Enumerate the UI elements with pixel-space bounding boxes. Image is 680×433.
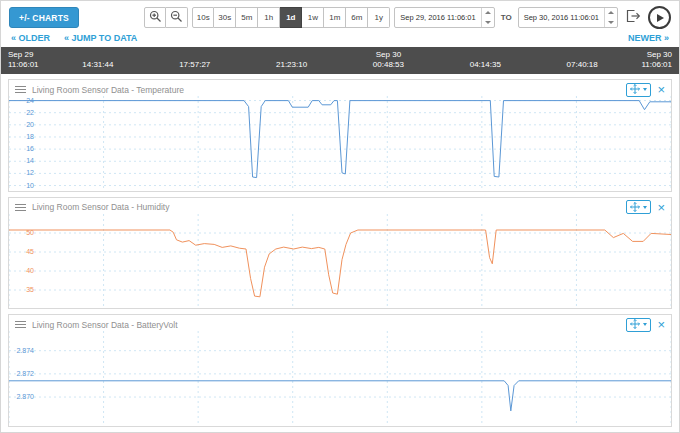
temperature-chart[interactable]: 2422201816141210 — [9, 96, 671, 191]
y-axis-tick-label: 10 — [9, 182, 34, 190]
timeline-tick: Sep 3000:48:53 — [373, 50, 404, 70]
zoom-button-group — [144, 7, 188, 28]
add-remove-charts-button[interactable]: +/- CHARTS — [9, 7, 79, 28]
spinner-down-icon — [608, 21, 614, 24]
zoom-in-icon — [149, 10, 162, 25]
to-spinner-down[interactable] — [605, 18, 617, 28]
y-axis-tick-label: 18 — [9, 133, 34, 141]
drag-handle-icon[interactable] — [15, 321, 26, 328]
panel-header: Living Room Sensor Data - BatteryVolt × — [9, 315, 671, 331]
to-datetime-value: Sep 30, 2016 11:06:01 — [519, 13, 604, 22]
y-axis-tick-label: 12 — [9, 169, 34, 177]
newer-link[interactable]: NEWER » — [628, 33, 669, 43]
to-datetime-spinner — [604, 8, 617, 27]
timeline-tick: 17:57:27 — [179, 50, 210, 70]
zoom-out-button[interactable] — [166, 7, 188, 28]
panel-header: Living Room Sensor Data - Humidity × — [9, 198, 671, 214]
timeline-tick: 07:40:18 — [567, 50, 598, 70]
panel-title: Living Room Sensor Data - Temperature — [32, 85, 184, 95]
range-button-6m[interactable]: 6m — [346, 7, 368, 28]
chevron-down-icon — [643, 206, 647, 209]
pan-mode-button[interactable] — [626, 318, 651, 332]
pan-mode-button[interactable] — [626, 83, 651, 97]
chart-panels: Living Room Sensor Data - Temperature × — [1, 74, 679, 432]
y-axis-tick-label: 16 — [9, 145, 34, 153]
timeline-tick: Sep 2911:06:01 — [8, 50, 39, 70]
range-button-1m[interactable]: 1m — [324, 7, 346, 28]
panel-tools: × — [626, 200, 665, 214]
close-icon[interactable]: × — [657, 201, 665, 214]
panel-temperature: Living Room Sensor Data - Temperature × — [8, 79, 672, 192]
close-icon[interactable]: × — [657, 83, 665, 96]
zoom-out-icon — [170, 10, 183, 25]
pan-mode-button[interactable] — [626, 200, 651, 214]
y-axis-tick-label: 24 — [9, 97, 34, 105]
y-axis-tick-label: 50 — [9, 229, 34, 237]
play-button[interactable] — [648, 6, 671, 29]
y-axis-tick-label: 40 — [9, 267, 34, 275]
y-axis-tick-label: 22 — [9, 109, 34, 117]
panel-title: Living Room Sensor Data - Humidity — [32, 202, 169, 212]
from-datetime-value: Sep 29, 2016 11:06:01 — [395, 13, 480, 22]
batteryvolt-chart[interactable]: 2.8742.8722.870 — [9, 331, 671, 426]
range-button-1d[interactable]: 1d — [280, 7, 302, 28]
jump-to-data-link[interactable]: « JUMP TO DATA — [64, 33, 137, 43]
to-spinner-up[interactable] — [605, 8, 617, 18]
spinner-down-icon — [485, 21, 491, 24]
play-icon — [657, 14, 664, 22]
range-button-30s[interactable]: 30s — [214, 7, 236, 28]
range-button-1h[interactable]: 1h — [258, 7, 280, 28]
charts-app: +/- CHARTS 10s — [0, 0, 680, 433]
pan-arrows-icon — [630, 200, 640, 215]
from-datetime-input[interactable]: Sep 29, 2016 11:06:01 — [394, 7, 494, 28]
pan-arrows-icon — [630, 82, 640, 97]
time-range-button-group: 10s 30s 5m 1h 1d 1w 1m 6m 1y — [192, 7, 390, 28]
pan-arrows-icon — [630, 317, 640, 332]
chart-navigation: « OLDER « JUMP TO DATA NEWER » — [1, 32, 679, 47]
panel-tools: × — [626, 318, 665, 332]
chevron-down-icon — [643, 88, 647, 91]
timeline-tick: 04:14:35 — [470, 50, 501, 70]
timeline-tick: 14:31:44 — [82, 50, 113, 70]
y-axis-tick-label: 2.870 — [9, 393, 34, 401]
spinner-up-icon — [608, 11, 614, 14]
chevron-down-icon — [643, 323, 647, 326]
y-axis-tick-label: 2.874 — [9, 347, 34, 355]
range-button-1y[interactable]: 1y — [368, 7, 390, 28]
from-spinner-down[interactable] — [482, 18, 494, 28]
panel-header: Living Room Sensor Data - Temperature × — [9, 80, 671, 96]
y-axis-tick-label: 45 — [9, 248, 34, 256]
timeline-tick: Sep 3011:06:01 — [641, 50, 672, 70]
older-link[interactable]: « OLDER — [11, 33, 50, 43]
close-icon[interactable]: × — [657, 318, 665, 331]
from-spinner-up[interactable] — [482, 8, 494, 18]
panel-humidity: Living Room Sensor Data - Humidity × — [8, 197, 672, 310]
to-label: TO — [499, 13, 514, 22]
y-axis-tick-label: 2.872 — [9, 370, 34, 378]
export-icon — [626, 9, 641, 26]
humidity-chart[interactable]: 50454035 — [9, 214, 671, 309]
y-axis-tick-label: 35 — [9, 286, 34, 294]
export-button[interactable] — [622, 7, 644, 28]
spinner-up-icon — [485, 11, 491, 14]
to-datetime-input[interactable]: Sep 30, 2016 11:06:01 — [518, 7, 618, 28]
y-axis-tick-label: 14 — [9, 157, 34, 165]
range-button-5m[interactable]: 5m — [236, 7, 258, 28]
toolbar: +/- CHARTS 10s — [1, 1, 679, 32]
range-button-1w[interactable]: 1w — [302, 7, 324, 28]
timeline-tick: 21:23:10 — [276, 50, 307, 70]
timeline-axis: Sep 2911:06:01 14:31:44 17:57:27 21:23:1… — [1, 47, 679, 74]
panel-batteryvolt: Living Room Sensor Data - BatteryVolt × — [8, 314, 672, 427]
panel-title: Living Room Sensor Data - BatteryVolt — [32, 320, 178, 330]
drag-handle-icon[interactable] — [15, 204, 26, 211]
zoom-in-button[interactable] — [144, 7, 166, 28]
range-button-10s[interactable]: 10s — [192, 7, 214, 28]
drag-handle-icon[interactable] — [15, 86, 26, 93]
panel-tools: × — [626, 83, 665, 97]
from-datetime-spinner — [481, 8, 494, 27]
y-axis-tick-label: 20 — [9, 121, 34, 129]
